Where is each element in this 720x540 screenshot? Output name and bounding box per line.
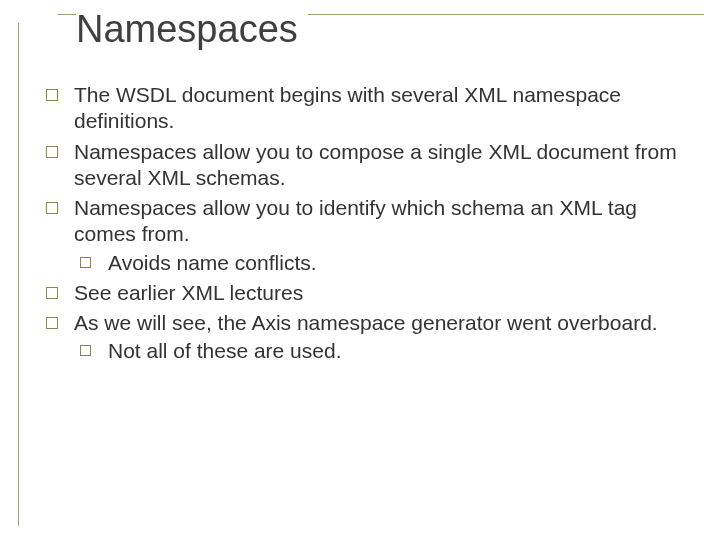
list-item: The WSDL document begins with several XM… bbox=[40, 82, 688, 135]
bullet-text: The WSDL document begins with several XM… bbox=[74, 83, 621, 132]
bullet-text: Not all of these are used. bbox=[108, 339, 341, 362]
slide: Namespaces The WSDL document begins with… bbox=[0, 0, 720, 540]
sub-bullet-list: Not all of these are used. bbox=[74, 338, 688, 364]
slide-title: Namespaces bbox=[76, 0, 308, 51]
bullet-text: Namespaces allow you to compose a single… bbox=[74, 140, 677, 189]
list-item: As we will see, the Axis namespace gener… bbox=[40, 310, 688, 365]
bullet-text: Avoids name conflicts. bbox=[108, 251, 317, 274]
slide-content: The WSDL document begins with several XM… bbox=[40, 82, 688, 369]
list-item: See earlier XML lectures bbox=[40, 280, 688, 306]
sub-bullet-list: Avoids name conflicts. bbox=[74, 250, 688, 276]
list-item: Not all of these are used. bbox=[74, 338, 688, 364]
bullet-text: Namespaces allow you to identify which s… bbox=[74, 196, 637, 245]
list-item: Namespaces allow you to identify which s… bbox=[40, 195, 688, 276]
list-item: Namespaces allow you to compose a single… bbox=[40, 139, 688, 192]
frame-notch bbox=[18, 13, 58, 23]
bullet-text: As we will see, the Axis namespace gener… bbox=[74, 311, 658, 334]
bullet-text: See earlier XML lectures bbox=[74, 281, 303, 304]
bullet-list: The WSDL document begins with several XM… bbox=[40, 82, 688, 365]
list-item: Avoids name conflicts. bbox=[74, 250, 688, 276]
